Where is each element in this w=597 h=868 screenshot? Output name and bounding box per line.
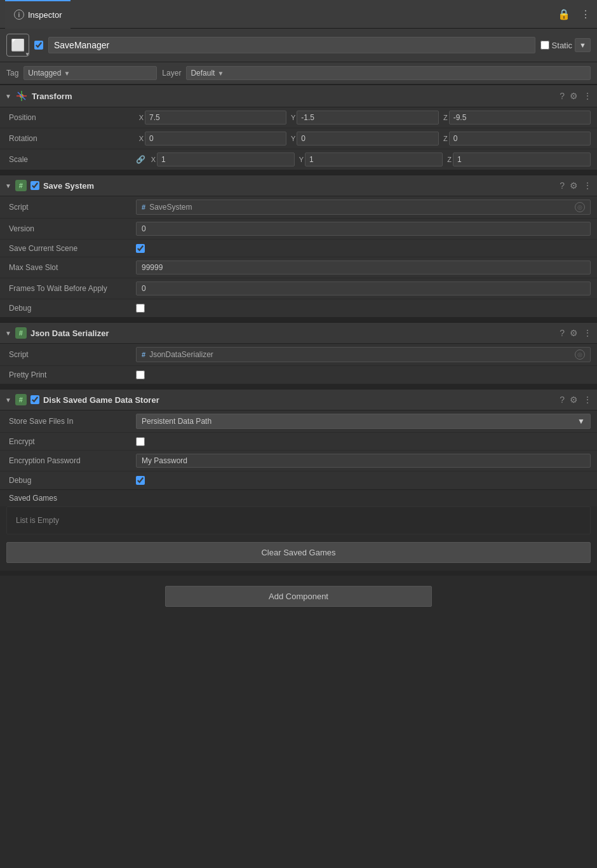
max-save-slot-label: Max Save Slot xyxy=(9,263,136,272)
disk-storer-title: Disk Saved Game Data Storer xyxy=(43,395,556,405)
frames-wait-row: Frames To Wait Before Apply xyxy=(0,278,597,299)
layer-label: Layer xyxy=(162,69,181,78)
json-serializer-more-btn[interactable]: ⋮ xyxy=(583,328,592,338)
json-serializer-help-btn[interactable]: ? xyxy=(560,328,565,338)
save-system-comp-icon: # xyxy=(15,180,27,191)
gameobject-header: ⬜ ▼ Static ▼ xyxy=(0,29,597,62)
saved-games-empty-text: List is Empty xyxy=(16,516,59,525)
more-options-button[interactable]: ⋮ xyxy=(579,7,592,22)
layer-dropdown[interactable]: Default ▼ xyxy=(186,66,591,80)
max-save-slot-input[interactable] xyxy=(136,261,591,275)
static-dropdown-btn[interactable]: ▼ xyxy=(575,38,591,52)
save-system-help-btn[interactable]: ? xyxy=(560,180,565,191)
max-save-slot-row: Max Save Slot xyxy=(0,257,597,278)
clear-saved-games-button[interactable]: Clear Saved Games xyxy=(6,542,591,563)
gameobject-icon: ⬜ ▼ xyxy=(6,34,29,57)
json-script-target[interactable]: ◎ xyxy=(575,349,585,360)
rotation-x-label: X xyxy=(136,135,144,142)
save-system-script-field: # SaveSystem ◎ xyxy=(136,200,591,215)
gameobject-name-input[interactable] xyxy=(48,37,535,53)
rotation-y-input[interactable] xyxy=(297,132,438,146)
scale-x-label: X xyxy=(148,156,156,163)
rotation-z-label: Z xyxy=(440,135,448,142)
tag-dropdown-arrow: ▼ xyxy=(64,70,70,77)
saved-games-body: List is Empty xyxy=(6,506,591,534)
save-system-settings-btn[interactable]: ⚙ xyxy=(570,180,578,191)
gameobject-active-checkbox[interactable] xyxy=(34,41,43,50)
scale-y-input[interactable] xyxy=(305,153,443,166)
info-icon: i xyxy=(14,10,24,20)
encryption-password-label: Encryption Password xyxy=(9,456,136,465)
pretty-print-label: Pretty Print xyxy=(9,370,136,379)
lock-button[interactable]: 🔒 xyxy=(556,7,572,22)
transform-section-header: ▼ Transform ? ⚙ ⋮ xyxy=(0,85,597,107)
tab-bar: i Inspector 🔒 ⋮ xyxy=(0,0,597,29)
transform-help-btn[interactable]: ? xyxy=(560,91,565,101)
rotation-x-input[interactable] xyxy=(145,132,286,146)
divider-1 xyxy=(0,170,597,175)
disk-storer-debug-checkbox[interactable] xyxy=(136,476,145,485)
store-files-dropdown[interactable]: Persistent Data Path ▼ xyxy=(136,414,591,429)
divider-2 xyxy=(0,317,597,322)
frames-wait-input[interactable] xyxy=(136,281,591,295)
position-y-label: Y xyxy=(288,114,295,121)
transform-settings-btn[interactable]: ⚙ xyxy=(570,91,578,101)
rotation-xyz: X Y Z xyxy=(136,132,591,146)
json-script-value: JsonDataSerializer xyxy=(149,350,213,359)
saved-games-title: Saved Games xyxy=(9,494,57,503)
encrypt-row: Encrypt xyxy=(0,433,597,451)
scale-z-label: Z xyxy=(444,156,452,163)
scale-lock-icon: 🔗 xyxy=(136,155,145,164)
json-serializer-props: Script # JsonDataSerializer ◎ Pretty Pri… xyxy=(0,344,597,384)
encrypt-label: Encrypt xyxy=(9,437,136,446)
save-system-script-hash: # xyxy=(142,203,145,211)
divider-4 xyxy=(0,571,597,576)
position-y-input[interactable] xyxy=(297,111,438,125)
disk-storer-comp-icon: # xyxy=(15,394,27,405)
encryption-password-input[interactable] xyxy=(136,454,591,468)
rotation-z-input[interactable] xyxy=(449,132,591,146)
save-system-script-value: SaveSystem xyxy=(149,203,192,212)
pretty-print-checkbox[interactable] xyxy=(136,370,145,379)
static-checkbox[interactable] xyxy=(540,41,549,50)
layer-value: Default xyxy=(191,69,215,78)
pretty-print-row: Pretty Print xyxy=(0,366,597,384)
save-system-version-input[interactable] xyxy=(136,222,591,236)
position-x-input[interactable] xyxy=(145,111,286,125)
store-files-arrow: ▼ xyxy=(577,417,585,426)
json-script-hash: # xyxy=(142,351,145,358)
saved-games-header: Saved Games xyxy=(0,489,597,506)
position-z-input[interactable] xyxy=(449,111,591,125)
scale-x-input[interactable] xyxy=(157,153,295,166)
position-x-label: X xyxy=(136,114,144,121)
save-system-enabled-checkbox[interactable] xyxy=(30,181,39,190)
disk-storer-help-btn[interactable]: ? xyxy=(560,395,565,405)
json-serializer-settings-btn[interactable]: ⚙ xyxy=(570,328,578,338)
store-files-value: Persistent Data Path xyxy=(142,417,211,426)
frames-wait-label: Frames To Wait Before Apply xyxy=(9,284,136,293)
save-system-debug-checkbox[interactable] xyxy=(136,304,145,313)
disk-storer-enabled-checkbox[interactable] xyxy=(30,395,39,404)
scale-row: Scale 🔗 X Y Z xyxy=(0,149,597,170)
disk-storer-chevron[interactable]: ▼ xyxy=(5,397,11,403)
tag-dropdown[interactable]: Untagged ▼ xyxy=(23,66,157,80)
disk-storer-settings-btn[interactable]: ⚙ xyxy=(570,395,578,405)
save-system-script-target[interactable]: ◎ xyxy=(575,202,585,212)
encrypt-checkbox[interactable] xyxy=(136,437,145,446)
scale-z-input[interactable] xyxy=(453,153,591,166)
add-component-button[interactable]: Add Component xyxy=(165,586,432,607)
save-scene-row: Save Current Scene xyxy=(0,240,597,257)
inspector-tab[interactable]: i Inspector xyxy=(5,0,70,29)
rotation-y-label: Y xyxy=(288,135,295,142)
transform-more-btn[interactable]: ⋮ xyxy=(583,91,592,101)
json-serializer-chevron[interactable]: ▼ xyxy=(5,330,11,337)
save-scene-checkbox[interactable] xyxy=(136,244,145,253)
rotation-label: Rotation xyxy=(9,134,136,143)
transform-chevron[interactable]: ▼ xyxy=(5,93,11,100)
save-system-props: Script # SaveSystem ◎ Version Save Curre… xyxy=(0,196,597,317)
json-script-field: # JsonDataSerializer ◎ xyxy=(136,347,591,362)
save-system-chevron[interactable]: ▼ xyxy=(5,182,11,189)
disk-storer-more-btn[interactable]: ⋮ xyxy=(583,395,592,405)
save-system-version-label: Version xyxy=(9,224,136,233)
save-system-more-btn[interactable]: ⋮ xyxy=(583,180,592,191)
